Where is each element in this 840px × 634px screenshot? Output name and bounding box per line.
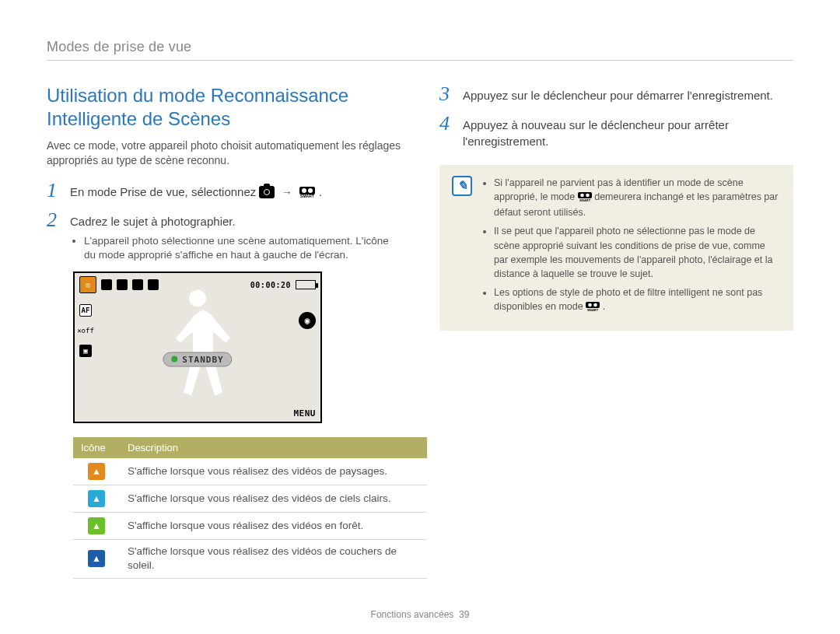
- svg-point-9: [588, 303, 592, 307]
- step-number: 2: [47, 210, 59, 230]
- step-1-trail: .: [319, 185, 322, 198]
- lcd-top-left-icons: ◎: [79, 276, 159, 293]
- table-row: ▲ S'affiche lorsque vous réalisez des vi…: [73, 458, 427, 485]
- step-number: 1: [47, 180, 59, 201]
- svg-point-1: [302, 188, 306, 193]
- right-column: 3 Appuyez sur le déclencheur pour démarr…: [439, 84, 793, 579]
- silhouette-figure: [163, 283, 233, 400]
- camera-icon: [259, 186, 275, 198]
- step-1-text: En mode Prise de vue, sélectionnez: [70, 185, 256, 198]
- svg-text:SMART: SMART: [300, 194, 314, 198]
- svg-point-10: [593, 303, 597, 307]
- note-text: .: [603, 301, 605, 312]
- lcd-timecode: 00:00:20: [250, 281, 291, 289]
- note-text: Les options de style de photo et de filt…: [494, 287, 762, 312]
- lcd-top-right: 00:00:20: [250, 280, 316, 289]
- smart-mode-icon: SMART: [299, 184, 316, 198]
- lcd-left-icon: ▣: [79, 345, 92, 357]
- table-head-description: Description: [120, 437, 427, 458]
- intro-text: Avec ce mode, votre appareil photo chois…: [47, 138, 401, 168]
- note-item: Il se peut que l'appareil photo ne sélec…: [494, 224, 781, 281]
- af-icon: AF: [79, 304, 92, 317]
- page-footer: Fonctions avancées 39: [0, 609, 840, 620]
- landscape-scene-icon: ▲: [88, 463, 105, 480]
- step-number: 3: [439, 84, 452, 104]
- table-head-icon: Icône: [73, 437, 120, 458]
- note-item: Les options de style de photo et de filt…: [494, 285, 781, 315]
- lcd-indicator-icon: [148, 279, 159, 290]
- step-number: 4: [439, 114, 452, 134]
- clear-sky-scene-icon: ▲: [88, 490, 105, 507]
- step-3: 3 Appuyez sur le déclencheur pour démarr…: [439, 84, 793, 104]
- note-item: Si l'appareil ne parvient pas à identifi…: [494, 176, 781, 219]
- table-row-desc: S'affiche lorsque vous réalisez des vidé…: [120, 540, 427, 578]
- step-2-text: Cadrez le sujet à photographier.: [70, 215, 236, 228]
- breadcrumb: Modes de prise de vue: [47, 39, 793, 61]
- icon-description-table: Icône Description ▲ S'affiche lorsque vo…: [73, 437, 427, 578]
- step-3-text: Appuyez sur le déclencheur pour démarrer…: [463, 84, 773, 103]
- svg-text:SMART: SMART: [587, 308, 599, 311]
- lcd-indicator-icon: [117, 279, 128, 290]
- table-row-desc: S'affiche lorsque vous réalisez des vidé…: [120, 458, 427, 485]
- table-row-desc: S'affiche lorsque vous réalisez des vidé…: [120, 513, 427, 540]
- step-2-bullet: L'appareil photo sélectionne une scène a…: [84, 234, 401, 262]
- note-icon: ✎: [452, 176, 472, 196]
- step-4: 4 Appuyez à nouveau sur le déclencheur p…: [439, 114, 793, 149]
- step-4-text: Appuyez à nouveau sur le déclencheur pou…: [463, 114, 793, 149]
- smart-mode-icon: SMART: [586, 301, 600, 315]
- arrow-icon: →: [278, 186, 296, 198]
- sunset-scene-icon: ▲: [88, 550, 105, 567]
- lcd-preview: ◎ 00:00:20 AF ✕off ▣ ◉: [73, 271, 322, 423]
- standby-label: STANDBY: [182, 354, 223, 364]
- note-box: ✎ Si l'appareil ne parvient pas à identi…: [439, 165, 793, 331]
- battery-icon: [296, 280, 316, 289]
- table-row-desc: S'affiche lorsque vous réalisez des vidé…: [120, 485, 427, 513]
- footer-section: Fonctions avancées: [371, 609, 454, 620]
- smart-mode-icon: SMART: [578, 191, 592, 205]
- footer-page-number: 39: [459, 609, 469, 620]
- svg-point-6: [586, 194, 590, 198]
- svg-text:SMART: SMART: [579, 198, 591, 201]
- step-1: 1 En mode Prise de vue, sélectionnez → S…: [47, 180, 401, 201]
- lcd-smart-mode-icon: ◎: [79, 276, 96, 293]
- svg-point-2: [308, 188, 313, 193]
- standby-indicator: STANDBY: [163, 352, 232, 366]
- svg-rect-8: [586, 302, 600, 308]
- standby-dot-icon: [171, 356, 177, 363]
- forest-scene-icon: ▲: [88, 517, 105, 534]
- svg-point-5: [580, 194, 584, 198]
- note-text: Il se peut que l'appareil photo ne sélec…: [494, 226, 772, 278]
- table-row: ▲ S'affiche lorsque vous réalisez des vi…: [73, 540, 427, 578]
- section-title: Utilisation du mode Reconnaissance Intel…: [47, 84, 401, 131]
- table-row: ▲ S'affiche lorsque vous réalisez des vi…: [73, 485, 427, 513]
- table-row: ▲ S'affiche lorsque vous réalisez des vi…: [73, 513, 427, 540]
- flash-off-icon: ✕off: [79, 324, 92, 337]
- menu-label: MENU: [294, 408, 317, 419]
- step-2: 2 Cadrez le sujet à photographier. L'app…: [47, 210, 401, 262]
- lcd-indicator-icon: [132, 279, 143, 290]
- lcd-indicator-icon: [101, 279, 112, 290]
- record-button-icon: ◉: [299, 312, 316, 329]
- left-column: Utilisation du mode Reconnaissance Intel…: [47, 84, 401, 579]
- svg-rect-4: [578, 192, 592, 198]
